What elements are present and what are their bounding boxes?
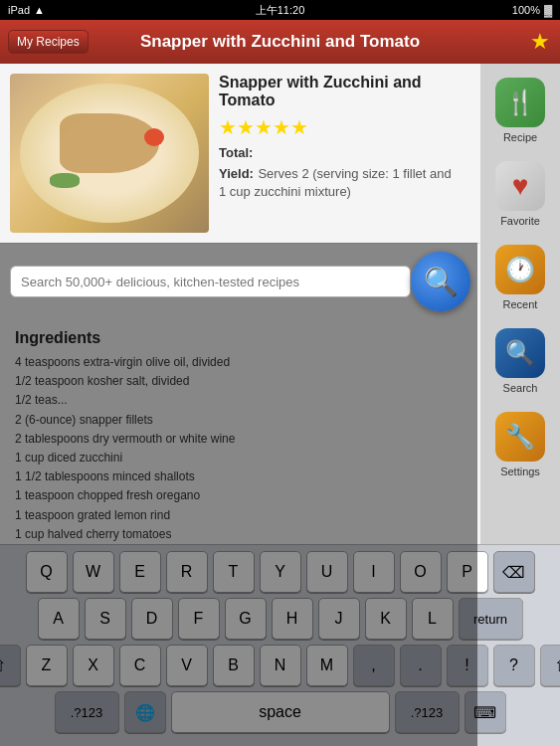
key-w[interactable]: W [73,551,114,593]
search-sidebar-icon: 🔍 [495,328,545,378]
battery-icon: ▓ [544,4,552,16]
ingredient-item: 1 cup diced zucchini [15,449,466,467]
sidebar-item-recent[interactable]: 🕐 Recent [482,238,558,317]
status-bar: iPad ▲ 上午11:20 100% ▓ [0,0,560,20]
return-key[interactable]: return [459,598,523,640]
ingredient-item: 1 teaspoon chopped fresh oregano [15,486,466,505]
key-a[interactable]: A [38,598,80,640]
recent-icon: 🕐 [495,245,545,294]
key-f[interactable]: F [178,598,220,640]
sidebar-label-search: Search [503,382,538,394]
key-o[interactable]: O [400,551,442,593]
key-d[interactable]: D [131,598,173,640]
comma-key[interactable]: , [353,645,395,686]
recipe-image [10,74,209,233]
favorite-icon: ♥ [495,161,545,211]
key-n[interactable]: N [260,645,301,686]
exclamation-key[interactable]: ! [447,645,488,686]
ingredient-item: 1 cup halved cherry tomatoes [15,525,466,544]
sidebar-item-favorite[interactable]: ♥ Favorite [482,154,558,234]
food-fish [60,113,159,173]
keyboard-row-4: .?123 🌐 space .?123 ⌨ [4,691,556,733]
delete-key[interactable]: ⌫ [493,551,535,593]
search-icon: 🔍 [424,266,459,298]
key-x[interactable]: X [73,645,114,686]
ingredient-item: 2 tablespoons dry vermouth or white wine [15,430,466,449]
key-b[interactable]: B [213,645,255,686]
key-q[interactable]: Q [26,551,68,593]
wifi-icon: ▲ [34,4,45,16]
recipe-yield-label: Yield: [219,166,254,181]
battery-label: 100% [512,4,540,16]
status-time: 上午11:20 [256,3,305,18]
shift-right-key[interactable]: ⇧ [540,645,561,686]
sidebar-label-settings: Settings [500,466,540,477]
status-left: iPad ▲ [8,4,45,16]
header: My Recipes Snapper with Zucchini and Tom… [0,20,560,64]
key-j[interactable]: J [318,598,360,640]
my-recipes-button[interactable]: My Recipes [8,30,89,54]
numbers-key-right[interactable]: .?123 [395,691,460,733]
keyboard-row-2: A S D F G H J K L return [4,598,556,640]
globe-key[interactable]: 🌐 [124,691,166,733]
food-plate [20,84,199,223]
key-p[interactable]: P [447,551,488,593]
key-h[interactable]: H [272,598,313,640]
sidebar-item-settings[interactable]: 🔧 Settings [482,405,558,484]
recipe-info: Snapper with Zucchini and Tomato ★★★★★ T… [209,74,470,233]
ingredient-item: 4 teaspoons extra-virgin olive oil, divi… [15,353,466,372]
key-u[interactable]: U [306,551,348,593]
ingredient-item: 1 1/2 tablespoons minced shallots [15,467,466,486]
shift-left-key[interactable]: ⇧ [0,645,21,686]
keyboard-hide-key[interactable]: ⌨ [465,691,506,733]
sidebar-label-favorite: Favorite [500,215,540,227]
status-right: 100% ▓ [512,4,552,16]
question-key[interactable]: ? [493,645,535,686]
header-title: Snapper with Zucchini and Tomato [140,32,420,52]
keyboard-row-1: Q W E R T Y U I O P ⌫ [4,551,556,593]
key-g[interactable]: G [225,598,267,640]
food-green [50,173,80,188]
key-l[interactable]: L [412,598,454,640]
space-key[interactable]: space [171,691,390,733]
keyboard: Q W E R T Y U I O P ⌫ A S D F G H J K L … [0,544,560,746]
sidebar-label-recipe: Recipe [503,131,537,143]
key-y[interactable]: Y [260,551,301,593]
key-s[interactable]: S [85,598,126,640]
key-e[interactable]: E [119,551,161,593]
key-c[interactable]: C [119,645,161,686]
sidebar-item-recipe[interactable]: 🍴 Recipe [482,71,558,150]
key-t[interactable]: T [213,551,255,593]
recipe-stars: ★★★★★ [219,115,461,139]
key-r[interactable]: R [166,551,208,593]
search-button[interactable]: 🔍 [411,252,470,311]
ingredient-item: 2 (6-ounce) snapper fillets [15,411,466,430]
ingredient-item: 1/2 teaspoon kosher salt, divided [15,372,466,391]
ingredients-title: Ingredients [15,329,466,347]
ingredient-item: 1/2 teas... [15,391,466,410]
key-m[interactable]: M [306,645,348,686]
numbers-key-left[interactable]: .?123 [55,691,119,733]
recipe-header: Snapper with Zucchini and Tomato ★★★★★ T… [0,64,480,244]
key-z[interactable]: Z [26,645,68,686]
keyboard-row-3: ⇧ Z X C V B N M , . ! ? ⇧ [4,645,556,686]
recipe-yield-value: Serves 2 (serving size: 1 fillet and 1 c… [219,166,452,199]
favorite-star-icon[interactable]: ★ [530,29,550,55]
period-key[interactable]: . [400,645,442,686]
settings-icon: 🔧 [495,412,545,462]
carrier-label: iPad [8,4,30,16]
key-i[interactable]: I [353,551,395,593]
search-row: 🔍 [0,244,480,319]
recipe-title: Snapper with Zucchini and Tomato [219,74,461,109]
key-v[interactable]: V [166,645,208,686]
recipe-icon: 🍴 [495,78,545,127]
sidebar-item-search[interactable]: 🔍 Search [482,321,558,401]
recipe-yield: Yield: Serves 2 (serving size: 1 fillet … [219,164,461,200]
ingredient-item: 1 teaspoon grated lemon rind [15,506,466,525]
sidebar-label-recent: Recent [503,298,538,310]
recipe-total-label: Total: [219,145,461,160]
food-tomato [144,128,164,146]
key-k[interactable]: K [365,598,407,640]
search-input[interactable] [10,266,411,297]
